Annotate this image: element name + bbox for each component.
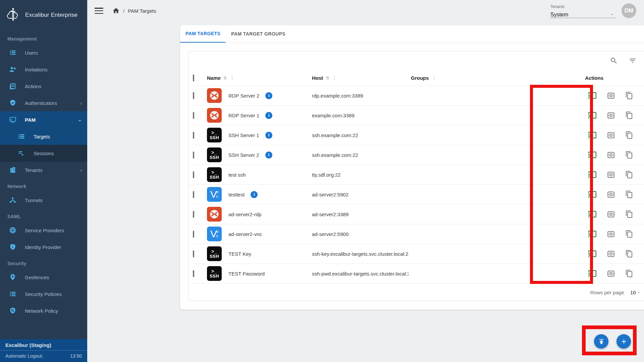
target-name: RDP Server 1 — [228, 113, 259, 118]
tab-pam-target-groups[interactable]: PAM TARGET GROUPS — [226, 25, 291, 43]
add-target-fab[interactable] — [616, 334, 631, 349]
copy-button[interactable] — [624, 149, 635, 161]
preview-eye-button[interactable] — [605, 248, 616, 259]
row-checkbox[interactable] — [193, 132, 194, 139]
filter-icon[interactable] — [627, 55, 638, 66]
row-checkbox[interactable] — [193, 211, 194, 218]
column-menu-icon[interactable]: ⋮ — [230, 75, 235, 81]
row-checkbox[interactable] — [193, 250, 194, 257]
connect-cast-button[interactable] — [587, 189, 598, 200]
sidebar-item-network-policy[interactable]: Network Policy — [0, 302, 87, 319]
connect-cast-button[interactable] — [587, 129, 598, 141]
sidebar-item-pam[interactable]: PAM ⌄ — [0, 111, 87, 128]
caret-down-icon — [637, 291, 641, 294]
select-all-checkbox[interactable] — [193, 74, 194, 81]
sidebar-item-users[interactable]: Users — [0, 44, 87, 61]
row-checkbox[interactable] — [193, 92, 194, 99]
copy-button[interactable] — [624, 189, 635, 200]
preview-eye-button[interactable] — [605, 169, 616, 180]
connect-cast-button[interactable] — [587, 268, 598, 279]
home-icon[interactable] — [112, 7, 120, 14]
preview-eye-button[interactable] — [605, 208, 616, 220]
edit-pencil-button[interactable] — [642, 129, 644, 141]
tenants-select[interactable]: Tenants System — [550, 2, 616, 19]
sidebar-item-invitations[interactable]: Invitations — [0, 61, 87, 78]
col-header-groups[interactable]: Groups — [411, 75, 429, 81]
connect-cast-button[interactable] — [587, 169, 598, 180]
row-checkbox[interactable] — [193, 191, 194, 198]
target-host: ssh.example.com:22 — [312, 132, 409, 138]
preview-eye-button[interactable] — [605, 110, 616, 121]
copy-button[interactable] — [624, 208, 635, 220]
sidebar-item-sessions[interactable]: Sessions — [0, 145, 87, 162]
copy-button[interactable] — [624, 110, 635, 121]
copy-button[interactable] — [624, 129, 635, 141]
info-icon[interactable]: i — [265, 152, 272, 159]
sort-icon[interactable]: ⇅ — [223, 75, 227, 80]
info-icon[interactable]: i — [265, 92, 272, 99]
edit-pencil-button[interactable] — [642, 149, 644, 161]
preview-eye-button[interactable] — [605, 129, 616, 141]
info-icon[interactable]: i — [265, 112, 272, 119]
sidebar-item-geofences[interactable]: Geofences — [0, 269, 87, 286]
info-icon[interactable]: i — [265, 132, 272, 139]
sidebar-item-security-policies[interactable]: Security Policies — [0, 286, 87, 302]
edit-pencil-button[interactable] — [642, 248, 644, 259]
tab-pam-targets[interactable]: PAM TARGETS — [180, 25, 226, 43]
hamburger-menu-icon[interactable] — [95, 8, 103, 14]
info-icon[interactable]: i — [251, 191, 258, 198]
connect-cast-button[interactable] — [587, 110, 598, 121]
row-checkbox[interactable] — [193, 112, 194, 119]
preview-eye-button[interactable] — [605, 90, 616, 101]
target-host: ssh-pwd.excalibur-targets.svc.cluster.lo… — [312, 271, 409, 277]
edit-pencil-button[interactable] — [642, 169, 644, 180]
sidebar-item-tunnels[interactable]: Tunnels — [0, 192, 87, 208]
connect-cast-button[interactable] — [587, 248, 598, 259]
column-menu-icon[interactable]: ⋮ — [332, 75, 337, 81]
edit-pencil-button[interactable] — [642, 208, 644, 220]
connect-cast-button[interactable] — [587, 149, 598, 161]
connect-cast-button[interactable] — [587, 208, 598, 220]
avatar[interactable]: DM — [622, 3, 636, 18]
preview-eye-button[interactable] — [605, 149, 616, 161]
sidebar-item-identity-provider[interactable]: Identity Provider — [0, 239, 87, 255]
sort-icon[interactable]: ⇅ — [326, 75, 329, 80]
row-checkbox[interactable] — [193, 171, 194, 178]
row-checkbox[interactable] — [193, 270, 194, 277]
vnc-protocol-icon: V n c — [207, 187, 222, 202]
preview-eye-button[interactable] — [605, 189, 616, 200]
sidebar-item-targets[interactable]: Targets — [0, 128, 87, 145]
sidebar-item-authenticators[interactable]: Authenticators › — [0, 95, 87, 111]
connect-cast-button[interactable] — [587, 90, 598, 101]
copy-button[interactable] — [624, 90, 635, 101]
sidebar-item-actions[interactable]: Actions — [0, 78, 87, 95]
rows-per-page-select[interactable]: 10 — [630, 290, 641, 295]
column-menu-icon[interactable]: ⋮ — [431, 75, 436, 81]
edit-pencil-button[interactable] — [642, 90, 644, 101]
copy-button[interactable] — [624, 268, 635, 279]
row-checkbox[interactable] — [193, 152, 194, 159]
copy-button[interactable] — [624, 248, 635, 259]
col-header-name[interactable]: Name — [207, 75, 221, 81]
brand-name: Excalibur Enterprise — [25, 12, 77, 18]
import-upload-fab[interactable] — [594, 334, 608, 349]
ssh-protocol-icon: >_ SSH — [207, 147, 222, 162]
sidebar-item-service-providers[interactable]: Service Providers — [0, 222, 87, 239]
edit-pencil-button[interactable] — [642, 228, 644, 240]
ssh-protocol-icon: >_ SSH — [207, 128, 222, 142]
col-header-host[interactable]: Host — [312, 75, 323, 81]
connect-cast-button[interactable] — [587, 228, 598, 240]
edit-pencil-button[interactable] — [642, 110, 644, 121]
search-icon[interactable] — [608, 55, 619, 66]
edit-pencil-button[interactable] — [642, 189, 644, 200]
copy-button[interactable] — [624, 228, 635, 240]
edit-pencil-button[interactable] — [642, 268, 644, 279]
preview-eye-button[interactable] — [605, 268, 616, 279]
target-name: test ssh — [228, 172, 246, 178]
preview-eye-button[interactable] — [605, 228, 616, 240]
sidebar-item-tenants[interactable]: Tenants › — [0, 162, 87, 178]
copy-button[interactable] — [624, 169, 635, 180]
section-security: Security — [0, 255, 87, 269]
row-checkbox[interactable] — [193, 231, 194, 238]
environment-name: Excalibur (Staging) — [0, 339, 87, 351]
